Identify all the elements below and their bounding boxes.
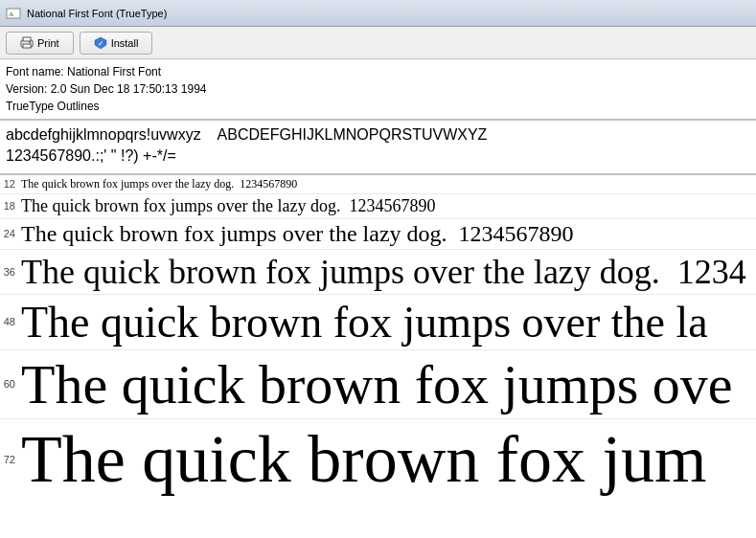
sample-area: 12 The quick brown fox jumps over the la… xyxy=(0,175,756,538)
print-button[interactable]: Print xyxy=(6,32,74,55)
sample-row-60: 60 The quick brown fox jumps ove xyxy=(0,350,756,419)
sample-text-60: The quick brown fox jumps ove xyxy=(21,352,733,416)
font-info-section: Font name: National First Font Version: … xyxy=(0,59,756,120)
install-label: Install xyxy=(111,37,139,49)
uppercase-row: abcdefghijklmnopqrs!uvwxyz ABCDEFGHIJKLM… xyxy=(6,124,750,146)
svg-point-5 xyxy=(29,41,31,43)
sample-text-36: The quick brown fox jumps over the lazy … xyxy=(21,252,746,292)
font-type-line: TrueType Outlines xyxy=(6,98,750,115)
sample-text-18: The quick brown fox jumps over the lazy … xyxy=(21,196,435,216)
sample-row-72: 72 The quick brown fox jum xyxy=(0,419,756,500)
sample-text-12: The quick brown fox jumps over the lazy … xyxy=(21,177,297,191)
uppercase-chars: ABCDEFGHIJKLMNOPQRSTUVWXYZ xyxy=(218,126,488,143)
numbers-row: 1234567890.:;' " !?) +-*/= xyxy=(6,146,750,167)
print-label: Print xyxy=(37,37,59,49)
size-label-48: 48 xyxy=(0,316,21,327)
size-label-24: 24 xyxy=(0,228,21,239)
app-icon: A xyxy=(6,6,21,21)
main-content: Font name: National First Font Version: … xyxy=(0,59,756,538)
sample-row-24: 24 The quick brown fox jumps over the la… xyxy=(0,219,756,250)
svg-text:A: A xyxy=(9,11,13,18)
svg-rect-3 xyxy=(23,37,31,41)
title-bar: A National First Font (TrueType) xyxy=(0,0,756,27)
install-icon: ✓ xyxy=(94,36,107,50)
font-version-line: Version: 2.0 Sun Dec 18 17:50:13 1994 xyxy=(6,80,750,98)
toolbar: Print ✓ Install xyxy=(0,27,756,59)
sample-text-72: The quick brown fox jum xyxy=(21,421,706,498)
size-label-36: 36 xyxy=(0,266,21,278)
sample-row-18: 18 The quick brown fox jumps over the la… xyxy=(0,194,756,219)
sample-row-36: 36 The quick brown fox jumps over the la… xyxy=(0,250,756,295)
install-button[interactable]: ✓ Install xyxy=(80,32,153,55)
sample-row-12: 12 The quick brown fox jumps over the la… xyxy=(0,175,756,194)
size-label-18: 18 xyxy=(0,200,21,212)
font-name-line: Font name: National First Font xyxy=(6,63,750,80)
sample-text-24: The quick brown fox jumps over the lazy … xyxy=(21,221,574,247)
print-icon xyxy=(20,36,34,50)
size-label-72: 72 xyxy=(0,454,21,465)
char-preview-section: abcdefghijklmnopqrs!uvwxyz ABCDEFGHIJKLM… xyxy=(0,121,756,174)
sample-text-48: The quick brown fox jumps over the la xyxy=(21,297,708,347)
lowercase-chars: abcdefghijklmnopqrs!uvwxyz xyxy=(6,126,214,143)
title-bar-text: National First Font (TrueType) xyxy=(27,8,167,19)
svg-rect-4 xyxy=(23,44,31,48)
svg-text:✓: ✓ xyxy=(98,40,103,47)
size-label-12: 12 xyxy=(0,178,21,190)
sample-row-48: 48 The quick brown fox jumps over the la xyxy=(0,295,756,350)
size-label-60: 60 xyxy=(0,378,21,390)
